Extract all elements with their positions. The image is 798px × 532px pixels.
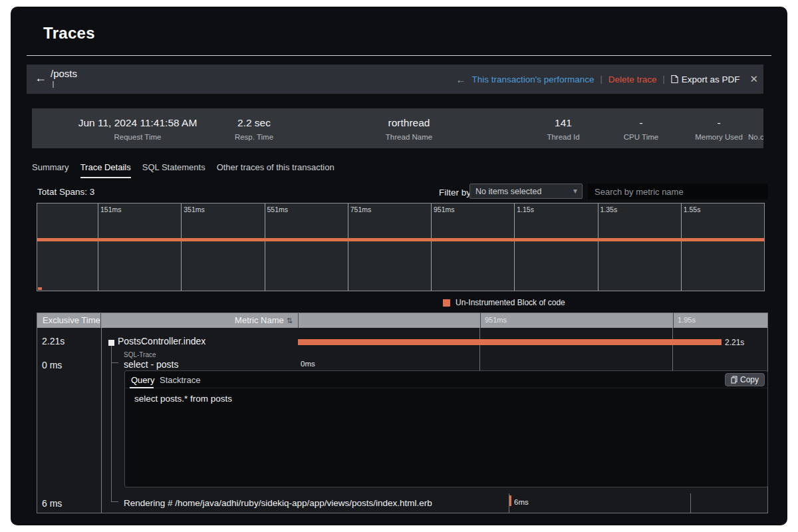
span-duration-label: 2.21s [725, 338, 744, 347]
total-spans-label: Totat Spans: 3 [37, 187, 94, 197]
header-metric-name[interactable]: Metric Name⇅ [101, 313, 299, 328]
tick-label: 551ms [267, 205, 289, 213]
stat-value: Jun 11, 2024 11:41:58 AM [78, 117, 198, 129]
stat-memory-used: - Memory Used [695, 117, 743, 141]
span-duration-bar[interactable] [298, 339, 722, 345]
chevron-down-icon: ▾ [573, 186, 577, 196]
tree-connector [111, 346, 112, 501]
span-table: Exclusive Time Metric Name⇅ 951ms 1.95s … [37, 313, 768, 513]
transaction-performance-link[interactable]: This transaction's performance [471, 74, 594, 84]
transaction-header-bar: ← /posts ← This transaction's performanc… [27, 65, 763, 94]
tab-summary[interactable]: Summary [32, 162, 69, 178]
trace-tabs: Summary Trace Details SQL Statements Oth… [32, 162, 334, 178]
timeline-cell: 551ms [265, 203, 348, 291]
header-exclusive-time: Exclusive Time [37, 313, 101, 328]
stat-resp-time: 2.2 sec Resp. Time [235, 117, 273, 141]
left-arrow-icon: ← [456, 74, 466, 85]
legend-swatch [443, 299, 450, 307]
search-input[interactable] [588, 184, 768, 200]
sql-query-text: select posts.* from posts [134, 394, 232, 404]
exclusive-time-value: 2.21s [42, 336, 65, 346]
stat-label: Memory Used [695, 133, 743, 141]
timeline-cell: 1.55s [681, 203, 764, 291]
header-metric-name-label: Metric Name [235, 315, 284, 325]
gridline [690, 493, 691, 513]
stat-cpu-time: - CPU Time [624, 117, 658, 141]
tick-label: 751ms [350, 205, 372, 213]
trace-stats-bar: Jun 11, 2024 11:41:58 AM Request Time 2.… [32, 108, 763, 148]
timeline-cell: 1.35s [598, 203, 681, 291]
transaction-actions: ← This transaction's performance | Delet… [456, 65, 758, 94]
active-tab-underline [130, 387, 154, 388]
exclusive-time-value: 6 ms [42, 498, 62, 509]
transaction-name: /posts [51, 68, 77, 79]
chart-legend: Un-Instrumented Block of code [443, 298, 565, 307]
tab-stacktrace[interactable]: Stacktrace [160, 375, 200, 385]
stat-value: rorthread [386, 117, 432, 129]
tab-trace-details[interactable]: Trace Details [80, 162, 131, 178]
delete-trace-link[interactable]: Delete trace [608, 74, 657, 84]
tick-label: 151ms [100, 205, 122, 213]
timeline-cell: 351ms [181, 203, 264, 291]
back-arrow-icon[interactable]: ← [35, 71, 47, 85]
stat-label: Thread Id [547, 133, 579, 141]
exclusive-time-value: 0 ms [42, 360, 62, 370]
export-pdf-link[interactable]: Export as PDF [671, 74, 740, 84]
separator: | [600, 74, 602, 84]
span-table-body: 2.21s PostsController.index 2.21s 0 ms S… [37, 328, 767, 513]
timeline-cell: 151ms [98, 203, 181, 291]
gridline [672, 328, 673, 370]
span-duration-label: 6ms [514, 498, 529, 506]
stat-value: 2.2 sec [235, 117, 273, 129]
stat-label: Resp. Time [235, 133, 273, 141]
stat-thread-id: 141 Thread Id [547, 117, 579, 141]
timeline-cell [37, 203, 98, 291]
tab-other-traces[interactable]: Other traces of this transaction [217, 162, 334, 178]
span-metric-name[interactable]: Rendering # /home/java/adhi/ruby/sidekiq… [124, 498, 432, 508]
traces-panel: Traces ← /posts ← This transaction's per… [11, 7, 787, 525]
tick-label: 351ms [184, 205, 205, 213]
span-metric-name[interactable]: select - posts [124, 359, 178, 370]
filter-dropdown[interactable]: No items selected ▾ [469, 184, 583, 199]
tree-connector [111, 501, 118, 502]
legend-label: Un-Instrumented Block of code [456, 298, 565, 307]
close-icon[interactable]: ✕ [749, 73, 758, 85]
collapse-toggle-icon[interactable] [108, 340, 114, 346]
tree-connector [111, 362, 118, 363]
copy-button[interactable]: Copy [725, 373, 765, 386]
stat-request-time: Jun 11, 2024 11:41:58 AM Request Time [78, 117, 198, 141]
timeline-cell: 751ms [348, 203, 431, 291]
span-timeline-chart: 151ms 351ms 551ms 751ms 951ms 1.15s 1.35… [37, 203, 765, 291]
filter-by-label: Filter by [439, 188, 471, 198]
tick-label: 951ms [485, 316, 507, 324]
stat-label: CPU Time [624, 133, 658, 141]
tick-label: 951ms [434, 205, 455, 213]
tick-label: 1.55s [684, 205, 701, 213]
small-span-marker [38, 287, 42, 290]
tab-query[interactable]: Query [131, 375, 154, 385]
span-metric-name[interactable]: PostsController.index [118, 336, 205, 346]
uninstrumented-span-bar[interactable] [37, 238, 764, 241]
stat-thread-name: rorthread Thread Name [386, 117, 432, 141]
sort-icon[interactable]: ⇅ [287, 317, 293, 325]
tab-sql-statements[interactable]: SQL Statements [142, 162, 205, 178]
gridline [673, 313, 674, 328]
column-divider [101, 328, 102, 513]
text-caret [53, 81, 54, 88]
title-divider [27, 55, 771, 56]
timeline-cell: 1.15s [514, 203, 597, 291]
gridline [480, 313, 481, 328]
span-category-label: SQL-Trace [124, 351, 156, 358]
separator: | [663, 74, 665, 84]
span-table-header: Exclusive Time Metric Name⇅ 951ms 1.95s [37, 313, 767, 328]
stat-clipped-label: No.c [748, 133, 763, 141]
stat-label: Request Time [78, 133, 198, 141]
filter-dropdown-value: No items selected [475, 187, 541, 196]
header-timeline: 951ms 1.95s [299, 313, 767, 328]
detail-tabs: Query Stacktrace Copy [125, 371, 767, 388]
stat-value: - [695, 117, 743, 129]
span-duration-bar[interactable] [509, 495, 511, 506]
stat-value: 141 [547, 117, 579, 129]
pdf-icon [671, 74, 678, 84]
stat-value: - [624, 117, 658, 129]
